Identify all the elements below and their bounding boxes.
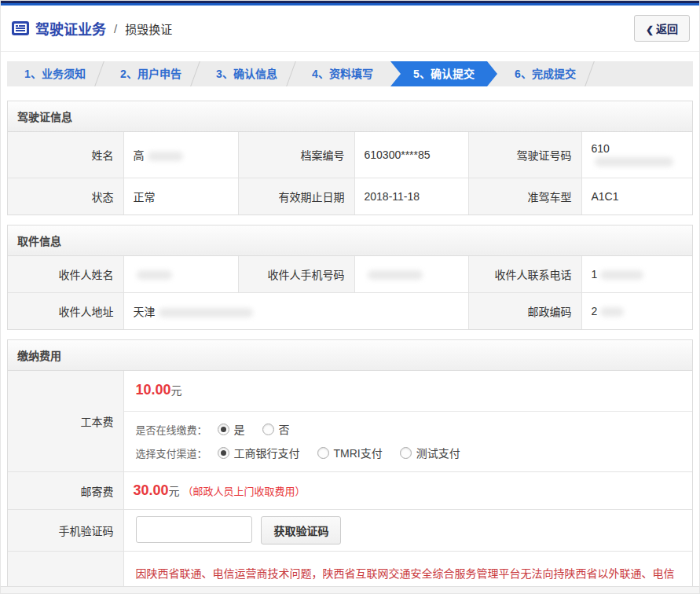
recipient-mobile-label: 收件人手机号码 bbox=[238, 256, 354, 293]
recipient-mobile-value bbox=[354, 256, 468, 293]
redacted-value bbox=[600, 307, 624, 317]
list-icon bbox=[12, 21, 29, 35]
mail-fee-value: 30.00元（邮政人员上门收取费用） bbox=[123, 472, 692, 510]
mail-fee-note: （邮政人员上门收取费用） bbox=[183, 486, 306, 497]
recipient-phone-label: 收件人联系电话 bbox=[468, 256, 581, 293]
breadcrumb-separator: / bbox=[114, 22, 117, 35]
radio-icon bbox=[218, 447, 229, 459]
status-value: 正常 bbox=[123, 178, 238, 215]
production-fee-row: 工本费 10.00元 是否在线缴费： 是 否 选择支付渠道： 工商银行支付 bbox=[8, 371, 692, 472]
postcode-label: 邮政编码 bbox=[468, 293, 581, 330]
app-title: 驾驶证业务 bbox=[35, 18, 106, 38]
step-4-fill-data[interactable]: 4、资料填写 bbox=[295, 61, 390, 86]
recipient-name-label: 收件人姓名 bbox=[8, 256, 123, 293]
postcode-value: 2 bbox=[581, 293, 692, 330]
name-value: 高 bbox=[123, 132, 238, 178]
file-no-label: 档案编号 bbox=[238, 132, 354, 178]
redacted-value bbox=[595, 157, 673, 167]
payment-channel-prompt: 选择支付渠道： bbox=[136, 446, 218, 460]
radio-channel-tmri[interactable]: TMRI支付 bbox=[317, 445, 383, 460]
fees-section: 缴纳费用 工本费 10.00元 是否在线缴费： 是 否 bbox=[7, 339, 693, 594]
page-title: 损毁换证 bbox=[125, 20, 172, 37]
redacted-value bbox=[600, 270, 643, 280]
table-row: 收件人地址 天津 邮政编码 2 bbox=[8, 293, 692, 330]
license-info-section: 驾驶证信息 姓名 高 档案编号 610300****85 驾驶证号码 610 状… bbox=[7, 101, 693, 215]
license-no-value: 610 bbox=[581, 132, 692, 178]
mail-fee-row: 邮寄费 30.00元（邮政人员上门收取费用） bbox=[8, 472, 692, 510]
radio-online-no[interactable]: 否 bbox=[262, 421, 290, 437]
vehicle-class-label: 准驾车型 bbox=[468, 178, 581, 215]
file-no-value: 610300****85 bbox=[354, 132, 468, 178]
sms-code-row: 手机验证码 获取验证码 bbox=[8, 510, 692, 552]
breadcrumb: 驾驶证业务 / 损毁换证 bbox=[12, 18, 172, 38]
license-no-label: 驾驶证号码 bbox=[468, 132, 581, 178]
page: 驾驶证业务 / 损毁换证 ❮返回 1、业务须知 2、用户申告 3、确认信息 4、… bbox=[0, 0, 700, 594]
production-fee-amount: 10.00元 bbox=[124, 371, 693, 412]
status-label: 状态 bbox=[8, 178, 123, 215]
online-payment-row: 是否在线缴费： 是 否 bbox=[136, 421, 681, 437]
step-6-complete-submit[interactable]: 6、完成提交 bbox=[497, 61, 593, 86]
back-button-label: 返回 bbox=[656, 23, 678, 35]
get-sms-code-button[interactable]: 获取验证码 bbox=[261, 516, 341, 544]
mail-fee-label: 邮寄费 bbox=[8, 472, 123, 510]
step-wizard: 1、业务须知 2、用户申告 3、确认信息 4、资料填写 5、确认提交 6、完成提… bbox=[7, 61, 693, 86]
table-row: 状态 正常 有效期止日期 2018-11-18 准驾车型 A1C1 bbox=[8, 178, 692, 215]
table-row: 收件人姓名 收件人手机号码 收件人联系电话 1 bbox=[8, 256, 692, 293]
step-1-business-notice[interactable]: 1、业务须知 bbox=[7, 61, 103, 86]
recipient-phone-value: 1 bbox=[581, 256, 692, 293]
radio-icon bbox=[317, 447, 329, 459]
pickup-info-table: 收件人姓名 收件人手机号码 收件人联系电话 1 收件人地址 天津 邮政编码 2 bbox=[8, 256, 692, 329]
pickup-info-title: 取件信息 bbox=[8, 226, 692, 256]
radio-channel-icbc[interactable]: 工商银行支付 bbox=[218, 445, 300, 460]
radio-icon bbox=[400, 447, 412, 459]
back-chevron-icon: ❮ bbox=[646, 24, 654, 35]
sms-code-input[interactable] bbox=[136, 516, 252, 543]
vehicle-class-value: A1C1 bbox=[581, 178, 692, 215]
recipient-address-value: 天津 bbox=[123, 293, 468, 330]
radio-channel-test[interactable]: 测试支付 bbox=[400, 445, 460, 460]
redacted-value bbox=[368, 270, 423, 280]
payment-options: 是否在线缴费： 是 否 选择支付渠道： 工商银行支付 TMRI支付 测试支付 bbox=[124, 412, 693, 471]
name-label: 姓名 bbox=[8, 132, 123, 178]
redacted-value bbox=[148, 152, 183, 161]
recipient-address-label: 收件人地址 bbox=[8, 293, 123, 330]
license-info-table: 姓名 高 档案编号 610300****85 驾驶证号码 610 状态 正常 有… bbox=[8, 132, 692, 214]
fees-table: 工本费 10.00元 是否在线缴费： 是 否 选择支付渠道： 工商银行支付 bbox=[8, 371, 692, 594]
pickup-info-section: 取件信息 收件人姓名 收件人手机号码 收件人联系电话 1 收件人地址 天津 邮政… bbox=[7, 225, 693, 330]
expiry-value: 2018-11-18 bbox=[354, 178, 468, 215]
step-5-confirm-submit[interactable]: 5、确认提交 bbox=[390, 61, 497, 86]
radio-icon bbox=[218, 424, 229, 435]
step-3-confirm-info[interactable]: 3、确认信息 bbox=[199, 61, 295, 86]
step-2-user-declaration[interactable]: 2、用户申告 bbox=[103, 61, 199, 86]
fees-title: 缴纳费用 bbox=[8, 340, 692, 371]
redacted-value bbox=[137, 270, 172, 280]
bottom-strip bbox=[1, 586, 699, 593]
sms-code-label: 手机验证码 bbox=[8, 510, 123, 552]
back-button[interactable]: ❮返回 bbox=[634, 15, 690, 42]
online-payment-prompt: 是否在线缴费： bbox=[136, 422, 218, 437]
sms-code-cell: 获取验证码 bbox=[123, 510, 692, 552]
recipient-name-value bbox=[123, 256, 238, 293]
expiry-label: 有效期止日期 bbox=[238, 178, 354, 215]
redacted-value bbox=[159, 308, 253, 317]
production-fee-label: 工本费 bbox=[8, 371, 123, 472]
step-wizard-filler bbox=[593, 61, 693, 86]
radio-online-yes[interactable]: 是 bbox=[218, 421, 245, 437]
table-row: 姓名 高 档案编号 610300****85 驾驶证号码 610 bbox=[8, 132, 692, 178]
header: 驾驶证业务 / 损毁换证 ❮返回 bbox=[1, 6, 699, 52]
payment-channel-row: 选择支付渠道： 工商银行支付 TMRI支付 测试支付 bbox=[136, 445, 681, 460]
license-info-title: 驾驶证信息 bbox=[8, 101, 692, 132]
radio-icon bbox=[262, 424, 274, 435]
